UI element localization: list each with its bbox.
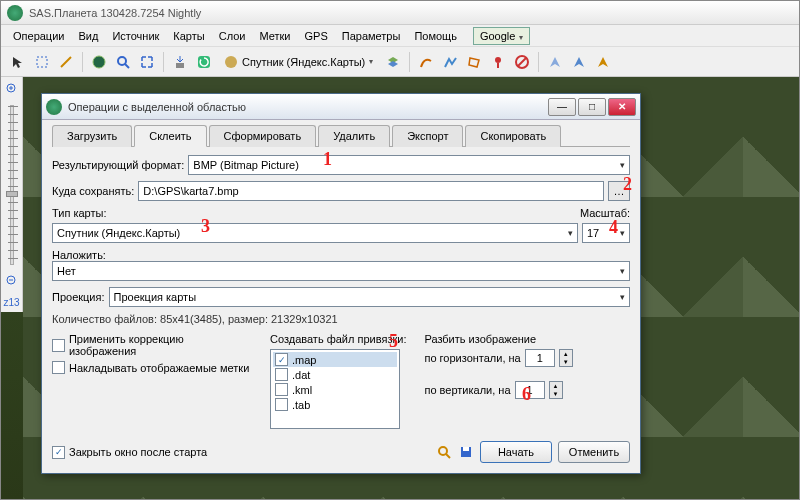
start-button[interactable]: Начать <box>480 441 552 463</box>
save-path-input[interactable]: D:\GPS\karta7.bmp <box>138 181 604 201</box>
satellite-icon <box>224 55 238 69</box>
close-button[interactable]: ✕ <box>608 98 636 116</box>
tab-delete[interactable]: Удалить <box>318 125 390 147</box>
dialog-titlebar[interactable]: Операции с выделенной областью — □ ✕ <box>42 94 640 120</box>
overlay-marks-checkbox[interactable]: Накладывать отображаемые метки <box>52 361 252 374</box>
tab-stitch[interactable]: Склеить <box>134 125 206 147</box>
split-v-input[interactable]: 1 <box>515 381 545 399</box>
format-select[interactable]: BMP (Bitmap Picture) <box>188 155 630 175</box>
main-titlebar: SAS.Планета 130428.7254 Nightly <box>1 1 799 25</box>
maximize-button[interactable]: □ <box>578 98 606 116</box>
tab-copy[interactable]: Скопировать <box>465 125 561 147</box>
stop-icon[interactable] <box>511 51 533 73</box>
menu-view[interactable]: Вид <box>72 28 104 44</box>
svg-rect-20 <box>463 447 469 451</box>
menu-marks[interactable]: Метки <box>253 28 296 44</box>
menubar: Операции Вид Источник Карты Слои Метки G… <box>1 25 799 47</box>
map-source-dropdown[interactable]: Спутник (Яндекс.Карты) <box>217 52 380 72</box>
binding-opt-map[interactable]: ✓.map <box>273 352 397 367</box>
gps-icon-2[interactable] <box>568 51 590 73</box>
svg-point-17 <box>439 447 447 455</box>
globe-icon[interactable] <box>88 51 110 73</box>
split-h-spinner[interactable]: ▲▼ <box>559 349 573 367</box>
split-v-spinner[interactable]: ▲▼ <box>549 381 563 399</box>
save-path-label: Куда сохранять: <box>52 185 134 197</box>
split-h-label: по горизонтали, на <box>424 352 520 364</box>
zoom-slider[interactable] <box>10 105 14 265</box>
tab-load[interactable]: Загрузить <box>52 125 132 147</box>
svg-point-7 <box>225 56 237 68</box>
checkbox-icon <box>52 361 65 374</box>
path-icon[interactable] <box>439 51 461 73</box>
zoom-tool-icon[interactable] <box>436 444 452 460</box>
fullscreen-icon[interactable] <box>136 51 158 73</box>
close-after-checkbox[interactable]: ✓ Закрыть окно после старта <box>52 446 207 459</box>
overlay-label: Наложить: <box>52 249 106 261</box>
menu-source[interactable]: Источник <box>106 28 165 44</box>
main-window: SAS.Планета 130428.7254 Nightly Операции… <box>0 0 800 500</box>
tab-build[interactable]: Сформировать <box>209 125 317 147</box>
maptype-select[interactable]: Спутник (Яндекс.Карты) <box>52 223 578 243</box>
svg-point-8 <box>495 57 501 63</box>
svg-point-2 <box>93 56 105 68</box>
app-title: SAS.Планета 130428.7254 Nightly <box>29 7 201 19</box>
binding-opt-tab[interactable]: .tab <box>273 397 397 412</box>
svg-rect-5 <box>176 63 184 68</box>
maptype-label: Тип карты: <box>52 207 106 219</box>
zoom-in-icon[interactable] <box>4 81 20 97</box>
browse-button[interactable]: … <box>608 181 630 201</box>
menu-operations[interactable]: Операции <box>7 28 70 44</box>
selection-tool-icon[interactable] <box>31 51 53 73</box>
zoom-out-icon[interactable] <box>4 273 20 289</box>
svg-point-3 <box>118 57 126 65</box>
split-h-input[interactable]: 1 <box>525 349 555 367</box>
format-label: Результирующий формат: <box>52 159 184 171</box>
minimize-button[interactable]: — <box>548 98 576 116</box>
zoom-level-label: z13 <box>3 297 19 308</box>
split-v-label: по вертикали, на <box>424 384 510 396</box>
measure-tool-icon[interactable] <box>55 51 77 73</box>
dialog-tabs: Загрузить Склеить Сформировать Удалить Э… <box>52 124 630 147</box>
dialog-title: Операции с выделенной областью <box>68 101 546 113</box>
svg-line-11 <box>518 58 526 66</box>
projection-select[interactable]: Проекция карты <box>109 287 630 307</box>
menu-gps[interactable]: GPS <box>299 28 334 44</box>
polygon-icon[interactable] <box>463 51 485 73</box>
gps-icon-3[interactable] <box>592 51 614 73</box>
binding-opt-dat[interactable]: .dat <box>273 367 397 382</box>
apply-correction-checkbox[interactable]: Применить коррекцию изображения <box>52 333 252 357</box>
toolbar: Спутник (Яндекс.Карты) <box>1 47 799 77</box>
download-icon[interactable] <box>169 51 191 73</box>
menu-layers[interactable]: Слои <box>213 28 252 44</box>
layers-icon[interactable] <box>382 51 404 73</box>
menu-help[interactable]: Помощь <box>408 28 463 44</box>
refresh-icon[interactable] <box>193 51 215 73</box>
route-icon[interactable] <box>415 51 437 73</box>
gps-icon-1[interactable] <box>544 51 566 73</box>
binding-file-label: Создавать файл привязки: <box>270 333 406 345</box>
zoom-icon[interactable] <box>112 51 134 73</box>
scale-select[interactable]: 17 <box>582 223 630 243</box>
map-source-label: Спутник (Яндекс.Карты) <box>242 56 365 68</box>
pointer-tool-icon[interactable] <box>7 51 29 73</box>
binding-file-list[interactable]: ✓.map .dat .kml .tab <box>270 349 400 429</box>
cancel-button[interactable]: Отменить <box>558 441 630 463</box>
left-toolbar: z13 <box>1 77 23 312</box>
save-disk-icon[interactable] <box>458 444 474 460</box>
menu-params[interactable]: Параметры <box>336 28 407 44</box>
svg-line-18 <box>446 454 450 458</box>
menu-google-dropdown[interactable]: Google <box>473 27 530 45</box>
overlay-select[interactable]: Нет <box>52 261 630 281</box>
svg-line-1 <box>61 57 71 67</box>
binding-opt-kml[interactable]: .kml <box>273 382 397 397</box>
dialog-icon <box>46 99 62 115</box>
split-image-label: Разбить изображение <box>424 333 572 345</box>
checkbox-icon <box>52 339 65 352</box>
menu-maps[interactable]: Карты <box>167 28 210 44</box>
checkbox-icon: ✓ <box>52 446 65 459</box>
tab-export[interactable]: Экспорт <box>392 125 463 147</box>
pin-icon[interactable] <box>487 51 509 73</box>
svg-line-4 <box>125 64 129 68</box>
zoom-slider-thumb[interactable] <box>6 191 18 197</box>
tile-info: Количество файлов: 85x41(3485), размер: … <box>52 313 630 325</box>
